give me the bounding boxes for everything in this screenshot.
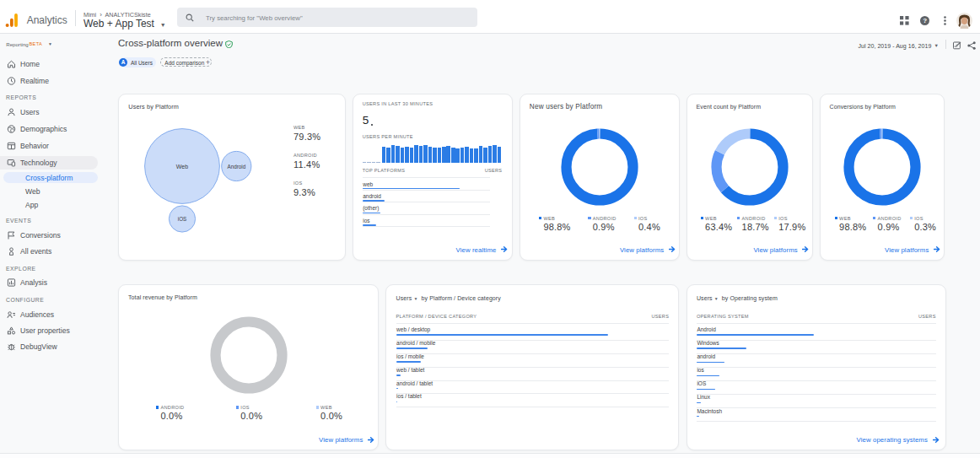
svg-text:Android: Android: [227, 164, 245, 170]
svg-text:Web: Web: [176, 164, 188, 170]
svg-text:iOS: iOS: [178, 216, 187, 222]
